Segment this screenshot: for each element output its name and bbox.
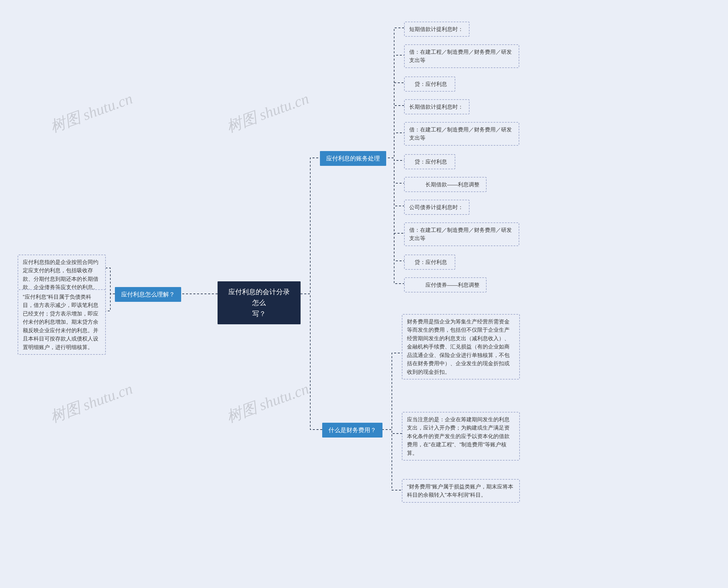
leaf-text: 财务费用是指企业为筹集生产经营所需资金等而发生的费用，包括但不仅限于企业生产经营… <box>407 319 510 375</box>
watermark: 树图 shutu.cn <box>47 378 136 427</box>
branch-accounting: 应付利息的账务处理 <box>320 151 386 166</box>
root-node: 应付利息的会计分录怎么写？ <box>217 281 301 324</box>
leaf-text: "财务费用"账户属于损益类账户，期末应将本科目的余额转入"本年利润"科目。 <box>407 484 514 498</box>
watermark: 树图 shutu.cn <box>47 88 136 137</box>
branch-label: 什么是财务费用？ <box>328 427 376 433</box>
leaf-acct-1: 短期借款计提利息时： <box>404 22 470 37</box>
connector-lines <box>0 0 728 588</box>
leaf-text: 借：在建工程／制造费用／财务费用／研发支出等 <box>409 227 512 241</box>
leaf-acct-2: 借：在建工程／制造费用／财务费用／研发支出等 <box>404 44 519 68</box>
leaf-acct-10: 贷：应付利息 <box>404 255 455 270</box>
leaf-acct-3: 贷：应付利息 <box>404 77 455 91</box>
leaf-text: 借：在建工程／制造费用／财务费用／研发支出等 <box>409 127 512 141</box>
leaf-acct-7: 长期借款——利息调整 <box>404 177 487 192</box>
leaf-text: 长期借款——利息调整 <box>409 182 479 187</box>
leaf-text: 应付利息指的是企业按照合同约定应支付的利息，包括吸收存款、分期付息到期还本的长期… <box>23 259 99 290</box>
leaf-text: 借：在建工程／制造费用／财务费用／研发支出等 <box>409 49 512 63</box>
leaf-understanding-1: 应付利息指的是企业按照合同约定应支付的利息，包括吸收存款、分期付息到期还本的长期… <box>18 255 106 295</box>
leaf-acct-9: 借：在建工程／制造费用／财务费用／研发支出等 <box>404 223 519 246</box>
leaf-acct-11: 应付债券——利息调整 <box>404 277 487 292</box>
leaf-text: 短期借款计提利息时： <box>409 26 463 32</box>
leaf-text: 贷：应付利息 <box>409 159 447 165</box>
leaf-text: 贷：应付利息 <box>409 259 447 265</box>
branch-understanding: 应付利息怎么理解？ <box>115 287 181 302</box>
leaf-fin-1: 财务费用是指企业为筹集生产经营所需资金等而发生的费用，包括但不仅限于企业生产经营… <box>402 314 520 379</box>
leaf-text: 贷：应付利息 <box>409 81 447 87</box>
branch-financial-expense: 什么是财务费用？ <box>322 423 383 438</box>
leaf-text: 应付债券——利息调整 <box>409 282 479 288</box>
leaf-acct-5: 借：在建工程／制造费用／财务费用／研发支出等 <box>404 122 519 146</box>
leaf-fin-3: "财务费用"账户属于损益类账户，期末应将本科目的余额转入"本年利润"科目。 <box>402 479 520 503</box>
leaf-fin-2: 应当注意的是：企业在筹建期间发生的利息支出，应计入开办费；为购建或生产满足资本化… <box>402 412 520 461</box>
leaf-text: 应当注意的是：企业在筹建期间发生的利息支出，应计入开办费；为购建或生产满足资本化… <box>407 417 510 456</box>
leaf-text: "应付利息"科目属于负债类科目，借方表示减少，即该笔利息已经支付；贷方表示增加，… <box>23 294 99 350</box>
root-title: 应付利息的会计分录怎么写？ <box>228 288 290 317</box>
leaf-acct-6: 贷：应付利息 <box>404 154 455 169</box>
leaf-text: 长期借款计提利息时： <box>409 104 463 110</box>
branch-label: 应付利息怎么理解？ <box>121 291 175 297</box>
watermark: 树图 shutu.cn <box>224 378 312 427</box>
branch-label: 应付利息的账务处理 <box>326 155 380 162</box>
leaf-text: 公司债券计提利息时： <box>409 204 463 210</box>
leaf-understanding-2: "应付利息"科目属于负债类科目，借方表示减少，即该笔利息已经支付；贷方表示增加，… <box>18 289 106 355</box>
leaf-acct-8: 公司债券计提利息时： <box>404 200 470 215</box>
watermark: 树图 shutu.cn <box>224 88 312 137</box>
leaf-acct-4: 长期借款计提利息时： <box>404 99 470 114</box>
